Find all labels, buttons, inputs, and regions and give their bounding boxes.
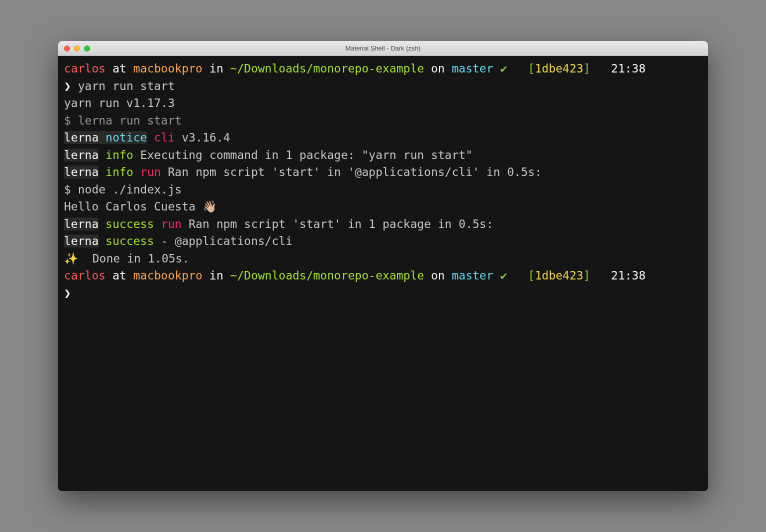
dollar-sign: $	[64, 114, 78, 127]
prompt-commit: 1dbe423	[535, 62, 584, 75]
info-label: info	[98, 148, 133, 162]
prompt-host: macbookpro	[133, 62, 202, 75]
run-label: run	[154, 218, 182, 230]
prompt-separator: at	[106, 269, 133, 282]
success-label: success	[98, 234, 154, 248]
check-icon: ✔	[494, 269, 508, 282]
lerna-label: lerna	[64, 234, 98, 248]
output-line: lerna info Executing command in 1 packag…	[64, 146, 702, 164]
bracket: ]	[584, 269, 590, 282]
prompt-time: 21:38	[611, 62, 646, 75]
prompt-separator: in	[202, 269, 230, 282]
terminal-body[interactable]: carlos at macbookpro in ~/Downloads/mono…	[58, 56, 708, 491]
command-line: ❯ yarn run start	[64, 78, 702, 95]
prompt-path: ~/Downloads/monorepo-example	[230, 62, 424, 75]
lerna-label: lerna	[64, 148, 98, 162]
prompt-caret: ❯	[64, 286, 71, 300]
command-line[interactable]: ❯	[64, 284, 702, 302]
prompt-line: carlos at macbookpro in ~/Downloads/mono…	[64, 267, 702, 284]
prompt-caret: ❯	[64, 80, 78, 92]
terminal-window: Material Shell - Dark (zsh) carlos at ma…	[58, 41, 708, 491]
prompt-branch: master	[452, 62, 493, 75]
spacer	[507, 62, 528, 75]
output-line: ✨ Done in 1.05s.	[64, 250, 702, 268]
lerna-label: lerna	[64, 131, 98, 144]
output-line: $ node ./index.js	[64, 181, 702, 198]
output-text: - @applications/cli	[154, 234, 292, 248]
titlebar[interactable]: Material Shell - Dark (zsh)	[58, 41, 708, 56]
output-text: lerna run start	[78, 114, 182, 127]
minimize-icon[interactable]	[74, 46, 80, 52]
output-line: lerna success - @applications/cli	[64, 232, 702, 250]
output-line: $ lerna run start	[64, 112, 702, 130]
prompt-commit: 1dbe423	[535, 269, 584, 282]
close-icon[interactable]	[64, 46, 70, 52]
spacer	[507, 269, 528, 282]
maximize-icon[interactable]	[84, 46, 90, 52]
bracket: [	[528, 62, 535, 75]
output-line: Hello Carlos Cuesta 👋🏼	[64, 198, 702, 216]
prompt-user: carlos	[64, 269, 106, 282]
output-line: yarn run v1.17.3	[64, 94, 702, 112]
output-text: Ran npm script 'start' in '@applications…	[161, 166, 542, 178]
output-line: lerna notice cli v3.16.4	[64, 129, 702, 146]
lerna-label: lerna	[64, 218, 98, 230]
prompt-separator: in	[202, 62, 230, 75]
prompt-line: carlos at macbookpro in ~/Downloads/mono…	[64, 60, 702, 78]
prompt-branch: master	[452, 269, 493, 282]
prompt-separator: at	[106, 62, 133, 75]
command-text: yarn run start	[78, 80, 175, 92]
output-text: v3.16.4	[175, 131, 230, 144]
prompt-time: 21:38	[611, 269, 646, 282]
bracket: [	[528, 269, 535, 282]
prompt-separator: on	[424, 62, 452, 75]
run-label: run	[134, 166, 161, 178]
output-line: lerna info run Ran npm script 'start' in…	[64, 164, 702, 181]
check-icon: ✔	[494, 62, 508, 75]
output-text: Ran npm script 'start' in 1 package in 0…	[182, 218, 493, 230]
success-label: success	[98, 218, 154, 230]
window-controls	[58, 46, 90, 52]
spacer	[590, 269, 611, 282]
output-text: Executing command in 1 package: "yarn ru…	[134, 148, 473, 162]
prompt-host: macbookpro	[133, 269, 202, 282]
output-line: lerna success run Ran npm script 'start'…	[64, 216, 702, 233]
window-title: Material Shell - Dark (zsh)	[58, 44, 708, 52]
info-label: info	[98, 166, 133, 178]
prompt-path: ~/Downloads/monorepo-example	[230, 269, 424, 282]
bracket: ]	[584, 62, 590, 75]
cli-label: cli	[147, 131, 174, 144]
notice-label: notice	[98, 131, 147, 144]
prompt-separator: on	[424, 269, 452, 282]
spacer	[590, 62, 611, 75]
lerna-label: lerna	[64, 166, 98, 178]
prompt-user: carlos	[64, 62, 106, 75]
